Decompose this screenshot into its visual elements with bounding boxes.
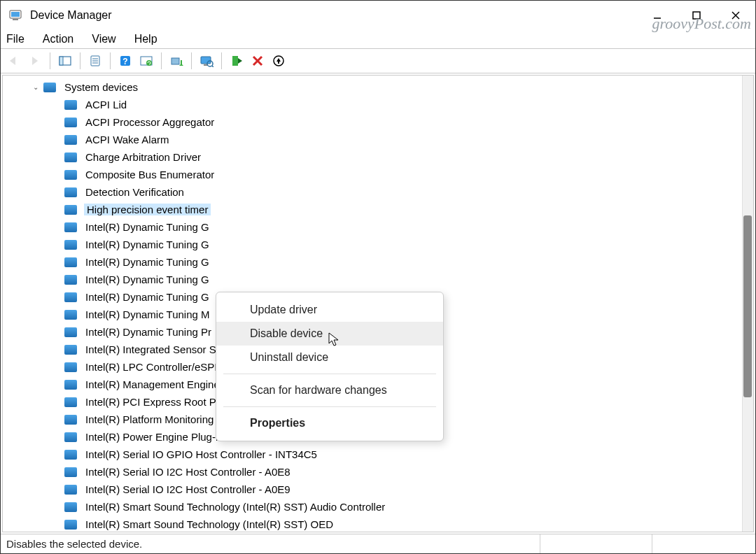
device-label: Intel(R) Power Engine Plug-in [84, 431, 225, 443]
context-separator [223, 374, 436, 374]
device-label: Intel(R) Serial IO GPIO Host Controller … [84, 448, 318, 460]
device-item[interactable]: Intel(R) Smart Sound Technology (Intel(R… [3, 498, 753, 516]
device-icon [64, 275, 77, 285]
device-icon [64, 187, 77, 197]
device-icon [64, 118, 77, 127]
svg-rect-1 [11, 12, 20, 17]
titlebar: Device Manager [1, 1, 755, 30]
device-manager-window: Device Manager groovyPost.com File Actio… [0, 0, 756, 554]
statusbar: Disables the selected device. [1, 534, 755, 553]
svg-rect-26 [232, 56, 238, 66]
separator-icon [110, 52, 111, 69]
device-item[interactable]: High precision event timer [3, 201, 753, 218]
toolbar: ? [1, 48, 755, 73]
context-separator [223, 406, 436, 407]
svg-point-18 [146, 60, 152, 66]
menu-view[interactable]: View [92, 33, 115, 45]
svg-rect-19 [172, 58, 179, 64]
content-area: ⌄System devicesACPI LidACPI Processor Ag… [1, 73, 755, 534]
svg-rect-10 [59, 57, 63, 65]
device-icon [64, 152, 77, 162]
device-icon [64, 502, 77, 512]
menu-action[interactable]: Action [43, 33, 74, 45]
separator-icon [161, 52, 162, 69]
app-icon [8, 8, 23, 23]
device-item[interactable]: ACPI Wake Alarm [3, 131, 753, 148]
update-driver-button[interactable] [167, 52, 186, 70]
svg-text:?: ? [122, 57, 127, 66]
back-button[interactable] [5, 52, 23, 70]
device-label: Intel(R) Dynamic Tuning G [84, 239, 211, 250]
device-item[interactable]: Intel(R) Dynamic Tuning G [3, 253, 753, 271]
device-icon [64, 345, 77, 355]
scan-hardware-button[interactable] [197, 52, 216, 70]
device-item[interactable]: ACPI Lid [3, 96, 753, 113]
context-item-scan-for-hardware-changes[interactable]: Scan for hardware changes [216, 378, 443, 402]
device-label: Intel(R) Dynamic Tuning G [84, 256, 211, 268]
context-item-update-driver[interactable]: Update driver [216, 298, 443, 322]
device-item[interactable]: Detection Verification [3, 183, 753, 201]
menubar: File Action View Help [1, 30, 755, 48]
svg-marker-7 [10, 57, 15, 65]
device-item[interactable]: Intel(R) Serial IO I2C Host Controller -… [3, 481, 753, 498]
device-item[interactable]: Intel(R) Serial IO GPIO Host Controller … [3, 446, 753, 463]
device-label: Detection Verification [84, 186, 186, 198]
device-item[interactable]: Composite Bus Enumerator [3, 166, 753, 183]
device-item[interactable]: Intel(R) Dynamic Tuning G [3, 236, 753, 253]
device-label: Charge Arbitration Driver [84, 151, 202, 163]
svg-rect-22 [201, 57, 211, 64]
help-button[interactable]: ? [116, 52, 134, 70]
scroll-thumb[interactable] [743, 215, 752, 397]
menu-help[interactable]: Help [134, 33, 158, 45]
expander-icon[interactable]: ⌄ [31, 83, 41, 91]
device-label: ACPI Wake Alarm [84, 134, 170, 145]
disable-device-button[interactable] [248, 52, 267, 70]
device-icon [64, 135, 77, 145]
properties-button[interactable] [86, 52, 104, 70]
enable-device-button[interactable] [227, 52, 246, 70]
device-icon [64, 450, 77, 460]
uninstall-device-button[interactable] [270, 52, 288, 70]
device-icon [64, 380, 77, 390]
device-item[interactable]: Intel(R) Dynamic Tuning G [3, 271, 753, 288]
menu-file[interactable]: File [6, 33, 24, 45]
svg-line-25 [212, 66, 214, 67]
category-label: System devices [63, 81, 139, 93]
device-label: Intel(R) Dynamic Tuning G [84, 221, 211, 233]
svg-marker-31 [276, 58, 281, 62]
vertical-scrollbar[interactable] [742, 76, 753, 532]
device-label: Intel(R) Serial IO I2C Host Controller -… [84, 466, 292, 478]
context-item-properties[interactable]: Properties [216, 411, 443, 435]
svg-rect-32 [278, 62, 279, 64]
forward-button[interactable] [26, 52, 44, 70]
context-item-disable-device[interactable]: Disable device [216, 322, 443, 346]
device-icon [64, 292, 77, 302]
device-item[interactable]: ACPI Processor Aggregator [3, 113, 753, 131]
device-icon [64, 257, 77, 267]
device-item[interactable]: Intel(R) Serial IO I2C Host Controller -… [3, 463, 753, 481]
category-system-devices[interactable]: ⌄System devices [3, 78, 753, 96]
device-item[interactable]: Charge Arbitration Driver [3, 148, 753, 166]
device-item[interactable]: Intel(R) Smart Sound Technology (Intel(R… [3, 516, 753, 532]
device-icon [64, 100, 77, 110]
separator-icon [221, 52, 222, 69]
watermark: groovyPost.com [652, 15, 751, 33]
device-label: Intel(R) Dynamic Tuning G [84, 274, 211, 285]
device-icon [64, 397, 77, 407]
svg-rect-2 [13, 19, 18, 20]
device-category-icon [43, 83, 56, 92]
device-icon [64, 240, 77, 250]
context-item-uninstall-device[interactable]: Uninstall device [216, 346, 443, 369]
show-hide-tree-button[interactable] [56, 52, 74, 70]
device-label: Intel(R) Serial IO I2C Host Controller -… [84, 483, 292, 495]
device-item[interactable]: Intel(R) Dynamic Tuning G [3, 218, 753, 236]
separator-icon [80, 52, 80, 69]
device-label: Intel(R) Smart Sound Technology (Intel(R… [84, 501, 386, 513]
device-label: ACPI Processor Aggregator [84, 116, 216, 128]
context-menu: Update driverDisable deviceUninstall dev… [216, 292, 444, 441]
device-label: ACPI Lid [84, 99, 128, 111]
device-icon [64, 432, 77, 442]
statusbar-text: Disables the selected device. [6, 538, 540, 550]
device-label: Intel(R) Dynamic Tuning Pr [84, 326, 213, 338]
refresh-button[interactable] [137, 52, 155, 70]
